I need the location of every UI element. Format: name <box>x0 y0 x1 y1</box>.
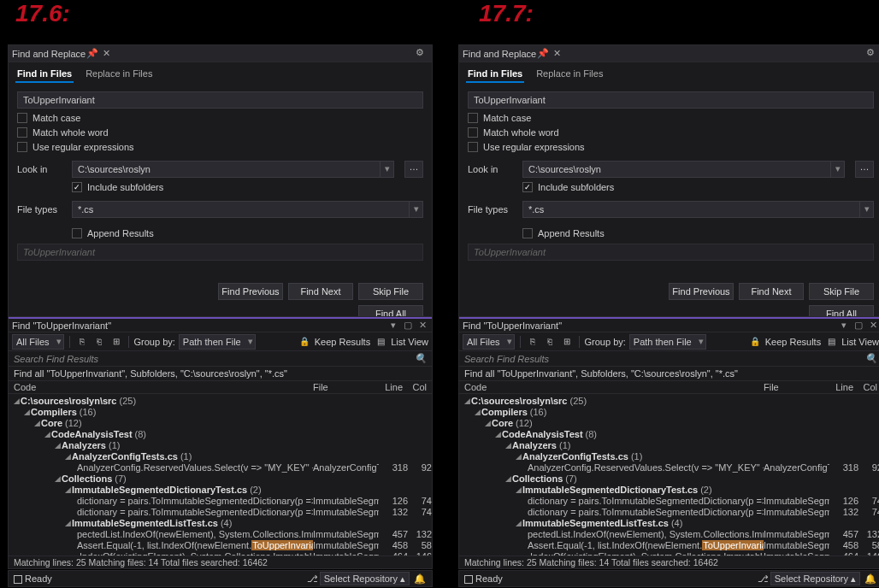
search-icon[interactable]: 🔍 <box>865 353 877 364</box>
keep-results-label: Keep Results <box>315 337 370 347</box>
append-results-label: Append Results <box>87 228 154 238</box>
panel-title: Find and Replace <box>463 49 536 59</box>
toolbar-icon[interactable]: ⎗ <box>543 335 557 349</box>
source-control-icon[interactable]: ⎇ <box>306 573 320 585</box>
groupby-label: Group by: <box>134 337 175 347</box>
results-tree[interactable]: ◢C:\sources\roslyn\src(25) ◢Compilers(16… <box>459 394 879 556</box>
checkbox-regex[interactable] <box>17 142 27 152</box>
skip-file-button[interactable]: Skip File <box>809 283 874 300</box>
disabled-input: ToUpperInvariant <box>17 244 423 261</box>
match-case-label: Match case <box>32 113 80 123</box>
tab-replace-in-files[interactable]: Replace in Files <box>534 66 605 83</box>
filetypes-input[interactable] <box>522 201 860 218</box>
results-title: Find "ToUpperInvariant" <box>12 320 111 331</box>
status-icon <box>14 575 22 584</box>
skip-file-button[interactable]: Skip File <box>358 283 423 300</box>
status-ready: Ready <box>475 573 503 584</box>
col-header-file[interactable]: File <box>313 382 374 392</box>
status-ready: Ready <box>25 573 52 584</box>
tab-find-in-files[interactable]: Find in Files <box>15 66 74 83</box>
lookin-input[interactable] <box>72 161 381 178</box>
col-header-col[interactable]: Col <box>403 382 427 392</box>
version-label-176: 17.6: <box>15 0 70 27</box>
checkbox-append-results[interactable] <box>522 228 533 238</box>
lookin-dropdown-icon[interactable]: ▾ <box>831 161 845 178</box>
lookin-dropdown-icon[interactable]: ▾ <box>381 161 394 178</box>
maximize-icon[interactable]: ▢ <box>852 320 864 331</box>
window-dropdown-icon[interactable]: ▾ <box>838 320 850 331</box>
find-replace-panel-right: Find and Replace 📌 ✕ ⚙ Find in Files Rep… <box>458 44 879 332</box>
search-results-placeholder[interactable]: Search Find Results <box>14 354 98 364</box>
search-input[interactable] <box>468 91 874 109</box>
results-tree[interactable]: ◢C:\sources\roslyn\src(25) ◢Compilers(16… <box>9 394 432 556</box>
filetypes-label: File types <box>17 204 65 215</box>
list-view-icon[interactable]: ▤ <box>824 335 838 349</box>
find-results-panel-left: Find "ToUpperInvariant" ▾ ▢ ✕ All Files▾… <box>8 316 433 569</box>
close-icon[interactable]: ✕ <box>867 320 879 331</box>
match-whole-label: Match whole word <box>32 127 109 138</box>
close-icon[interactable]: ✕ <box>99 48 113 59</box>
search-input[interactable] <box>17 91 423 109</box>
toolbar-icon[interactable]: ⊞ <box>560 335 574 349</box>
list-view-label: List View <box>391 337 428 347</box>
tab-replace-in-files[interactable]: Replace in Files <box>84 66 154 83</box>
find-previous-button[interactable]: Find Previous <box>218 283 283 300</box>
gear-icon[interactable]: ⚙ <box>864 47 877 58</box>
lookin-input[interactable] <box>522 161 831 178</box>
results-summary: Find all "ToUpperInvariant", Subfolders,… <box>459 367 879 381</box>
lock-icon[interactable]: 🔒 <box>748 335 762 349</box>
status-icon <box>464 575 473 584</box>
select-repository-combo[interactable]: Select Repository▴ <box>320 572 410 585</box>
checkbox-match-case[interactable] <box>17 113 27 123</box>
toolbar-icon[interactable]: ⎘ <box>526 335 540 349</box>
select-repository-combo[interactable]: Select Repository▴ <box>770 572 860 585</box>
find-next-button[interactable]: Find Next <box>288 283 353 300</box>
close-icon[interactable]: ✕ <box>416 320 428 331</box>
search-icon[interactable]: 🔍 <box>415 353 427 364</box>
filetypes-input[interactable] <box>72 201 410 218</box>
filetypes-dropdown-icon[interactable]: ▾ <box>410 201 423 218</box>
lookin-browse-button[interactable]: … <box>855 161 874 178</box>
checkbox-match-case[interactable] <box>468 113 478 123</box>
list-view-icon[interactable]: ▤ <box>374 335 387 349</box>
lock-icon[interactable]: 🔒 <box>298 335 311 349</box>
find-replace-panel-left: Find and Replace 📌 ✕ ⚙ Find in Files Rep… <box>8 44 433 332</box>
status-bar-right: Ready ⎇ Select Repository▴ 🔔 <box>458 570 879 587</box>
checkbox-append-results[interactable] <box>72 228 82 238</box>
search-results-placeholder[interactable]: Search Find Results <box>464 354 549 364</box>
source-control-icon[interactable]: ⎇ <box>757 573 770 585</box>
checkbox-match-whole-word[interactable] <box>17 127 27 138</box>
toolbar-icon[interactable]: ⎗ <box>92 335 106 349</box>
groupby-combo[interactable]: Path then File▾ <box>179 334 256 350</box>
notifications-icon[interactable]: 🔔 <box>413 573 427 585</box>
find-next-button[interactable]: Find Next <box>739 283 804 300</box>
window-dropdown-icon[interactable]: ▾ <box>387 320 399 331</box>
checkbox-match-whole-word[interactable] <box>468 127 478 138</box>
close-icon[interactable]: ✕ <box>550 48 563 59</box>
toolbar-icon[interactable]: ⎘ <box>75 335 89 349</box>
find-previous-button[interactable]: Find Previous <box>669 283 734 300</box>
filetypes-dropdown-icon[interactable]: ▾ <box>860 201 874 218</box>
results-title: Find "ToUpperInvariant" <box>463 320 562 331</box>
col-header-code[interactable]: Code <box>14 382 313 392</box>
checkbox-regex[interactable] <box>468 142 478 152</box>
version-label-177: 17.7: <box>479 0 534 27</box>
pin-icon[interactable]: 📌 <box>86 48 99 59</box>
filter-combo[interactable]: All Files▾ <box>12 334 64 350</box>
disabled-input: ToUpperInvariant <box>468 244 874 261</box>
tab-find-in-files[interactable]: Find in Files <box>466 66 524 83</box>
groupby-combo[interactable]: Path then File▾ <box>629 334 706 350</box>
maximize-icon[interactable]: ▢ <box>402 320 414 331</box>
checkbox-include-subfolders[interactable] <box>72 182 82 192</box>
col-header-line[interactable]: Line <box>374 382 403 392</box>
lookin-browse-button[interactable]: … <box>404 161 423 178</box>
regex-label: Use regular expressions <box>32 142 134 152</box>
checkbox-include-subfolders[interactable] <box>522 182 533 192</box>
toolbar-icon[interactable]: ⊞ <box>109 335 123 349</box>
matching-summary: Matching lines: 25 Matching files: 14 To… <box>9 556 432 568</box>
pin-icon[interactable]: 📌 <box>536 48 550 59</box>
lookin-label: Look in <box>17 164 65 174</box>
filter-combo[interactable]: All Files▾ <box>463 334 515 350</box>
gear-icon[interactable]: ⚙ <box>413 47 427 58</box>
notifications-icon[interactable]: 🔔 <box>864 573 877 585</box>
